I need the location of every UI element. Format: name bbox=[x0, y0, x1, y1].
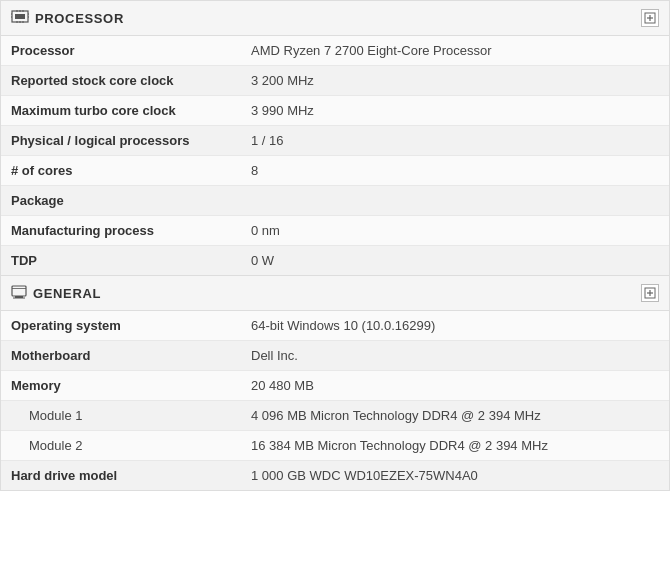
processor-section-header: PROCESSOR bbox=[1, 1, 669, 36]
processor-icon bbox=[11, 10, 29, 26]
row-label: Motherboard bbox=[1, 341, 241, 371]
row-value: 4 096 MB Micron Technology DDR4 @ 2 394 … bbox=[241, 401, 669, 431]
row-label: # of cores bbox=[1, 156, 241, 186]
table-row: Physical / logical processors1 / 16 bbox=[1, 126, 669, 156]
row-label: Hard drive model bbox=[1, 461, 241, 491]
general-icon bbox=[11, 285, 27, 302]
row-label: TDP bbox=[1, 246, 241, 276]
row-label: Physical / logical processors bbox=[1, 126, 241, 156]
table-row: Reported stock core clock3 200 MHz bbox=[1, 66, 669, 96]
row-value: AMD Ryzen 7 2700 Eight-Core Processor bbox=[241, 36, 669, 66]
general-section-header: GENERAL bbox=[1, 276, 669, 311]
row-value: 8 bbox=[241, 156, 669, 186]
row-label: Reported stock core clock bbox=[1, 66, 241, 96]
processor-section: PROCESSOR ProcessorAMD Ryzen 7 2700 Eigh… bbox=[0, 0, 670, 276]
svg-rect-15 bbox=[12, 286, 26, 296]
table-row: Module 216 384 MB Micron Technology DDR4… bbox=[1, 431, 669, 461]
table-row: Memory20 480 MB bbox=[1, 371, 669, 401]
row-label: Module 2 bbox=[1, 431, 241, 461]
general-table: Operating system64-bit Windows 10 (10.0.… bbox=[1, 311, 669, 490]
row-value bbox=[241, 186, 669, 216]
row-value: Dell Inc. bbox=[241, 341, 669, 371]
processor-expand-button[interactable] bbox=[641, 9, 659, 27]
table-row: # of cores8 bbox=[1, 156, 669, 186]
table-row: Operating system64-bit Windows 10 (10.0.… bbox=[1, 311, 669, 341]
row-label: Manufacturing process bbox=[1, 216, 241, 246]
row-value: 3 200 MHz bbox=[241, 66, 669, 96]
table-row: MotherboardDell Inc. bbox=[1, 341, 669, 371]
row-value: 0 nm bbox=[241, 216, 669, 246]
row-value: 16 384 MB Micron Technology DDR4 @ 2 394… bbox=[241, 431, 669, 461]
table-row: TDP0 W bbox=[1, 246, 669, 276]
row-label: Processor bbox=[1, 36, 241, 66]
row-value: 1 / 16 bbox=[241, 126, 669, 156]
row-label: Maximum turbo core clock bbox=[1, 96, 241, 126]
row-label: Module 1 bbox=[1, 401, 241, 431]
row-value: 20 480 MB bbox=[241, 371, 669, 401]
row-value: 64-bit Windows 10 (10.0.16299) bbox=[241, 311, 669, 341]
general-section-title: GENERAL bbox=[33, 286, 101, 301]
table-row: Maximum turbo core clock3 990 MHz bbox=[1, 96, 669, 126]
row-value: 0 W bbox=[241, 246, 669, 276]
processor-header-left: PROCESSOR bbox=[11, 10, 124, 26]
row-label: Memory bbox=[1, 371, 241, 401]
table-row: Module 14 096 MB Micron Technology DDR4 … bbox=[1, 401, 669, 431]
row-value: 3 990 MHz bbox=[241, 96, 669, 126]
general-expand-button[interactable] bbox=[641, 284, 659, 302]
table-row: ProcessorAMD Ryzen 7 2700 Eight-Core Pro… bbox=[1, 36, 669, 66]
table-row: Manufacturing process0 nm bbox=[1, 216, 669, 246]
general-section: GENERAL Operating system64-bit Windows 1… bbox=[0, 276, 670, 491]
table-row: Package bbox=[1, 186, 669, 216]
row-label: Operating system bbox=[1, 311, 241, 341]
processor-table: ProcessorAMD Ryzen 7 2700 Eight-Core Pro… bbox=[1, 36, 669, 275]
general-header-left: GENERAL bbox=[11, 285, 101, 302]
row-label: Package bbox=[1, 186, 241, 216]
processor-section-title: PROCESSOR bbox=[35, 11, 124, 26]
svg-rect-1 bbox=[15, 14, 25, 19]
table-row: Hard drive model1 000 GB WDC WD10EZEX-75… bbox=[1, 461, 669, 491]
row-value: 1 000 GB WDC WD10EZEX-75WN4A0 bbox=[241, 461, 669, 491]
